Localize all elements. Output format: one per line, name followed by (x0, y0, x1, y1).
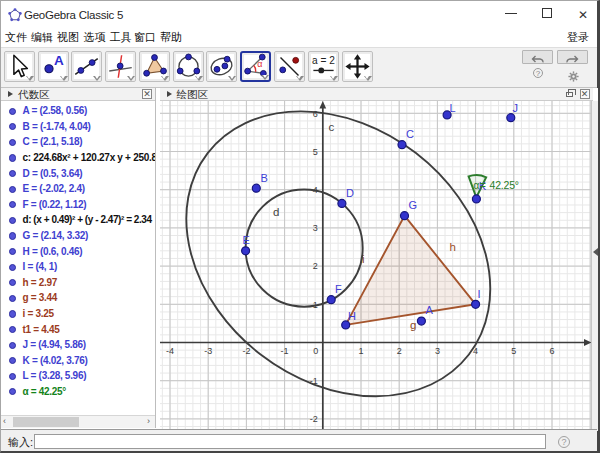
svg-text:-2: -2 (242, 346, 250, 356)
svg-text:A: A (425, 304, 433, 316)
svg-text:-4: -4 (165, 346, 173, 356)
svg-text:B: B (260, 172, 267, 184)
svg-text:E: E (242, 234, 249, 246)
svg-text:g: g (410, 319, 416, 331)
svg-text:F: F (335, 283, 342, 295)
svg-text:C: C (406, 128, 414, 140)
svg-text:5: 5 (511, 346, 516, 356)
svg-text:α: α (473, 179, 479, 191)
svg-text:G: G (408, 199, 417, 211)
svg-text:α: α (257, 59, 262, 69)
svg-text:6: 6 (312, 109, 317, 119)
svg-text:42.25°: 42.25° (489, 179, 518, 191)
svg-text:5: 5 (312, 147, 317, 157)
svg-text:0: 0 (313, 346, 318, 356)
svg-text:=: = (479, 179, 485, 191)
svg-text:2: 2 (312, 261, 317, 271)
svg-text:I: I (477, 288, 480, 300)
svg-text:L: L (449, 102, 455, 114)
svg-text:a = 2: a = 2 (312, 55, 335, 66)
svg-text:i: i (362, 253, 365, 265)
svg-text:c: c (328, 121, 334, 133)
svg-text:2: 2 (396, 346, 401, 356)
svg-text:H: H (348, 310, 356, 322)
svg-text:-1: -1 (280, 346, 288, 356)
svg-text:3: 3 (434, 346, 439, 356)
svg-text:J: J (512, 102, 518, 114)
svg-text:-3: -3 (204, 346, 212, 356)
svg-text:6: 6 (549, 346, 554, 356)
svg-text:3: 3 (312, 223, 317, 233)
svg-text:-2: -2 (309, 414, 317, 424)
svg-text:h: h (449, 241, 455, 253)
svg-text:1: 1 (358, 346, 363, 356)
svg-text:D: D (346, 187, 354, 199)
svg-text:A: A (54, 53, 64, 68)
svg-text:d: d (273, 206, 279, 218)
